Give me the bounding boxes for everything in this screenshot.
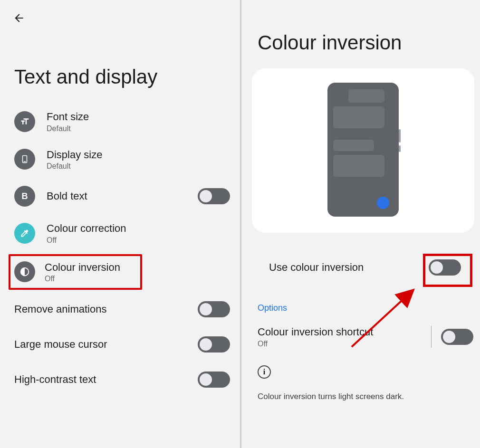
contrast-icon xyxy=(14,261,35,282)
shortcut-sub: Off xyxy=(258,340,422,348)
remove-animations-item[interactable]: Remove animations xyxy=(0,292,240,327)
colour-inversion-panel: Colour inversion Use colour inversion Op… xyxy=(242,0,480,448)
large-cursor-label: Large mouse cursor xyxy=(14,338,198,351)
annotation-highlight xyxy=(423,254,472,287)
divider xyxy=(431,326,432,348)
use-colour-inversion-label: Use colour inversion xyxy=(269,261,429,274)
shortcut-toggle[interactable] xyxy=(441,329,473,345)
bold-text-label: Bold text xyxy=(47,190,198,203)
font-size-label: Font size xyxy=(47,110,230,124)
shortcut-label: Colour inversion shortcut xyxy=(258,325,422,339)
panel-divider xyxy=(240,0,241,448)
large-cursor-item[interactable]: Large mouse cursor xyxy=(0,327,240,362)
settings-text-display-panel: Text and display Font size Default Displ… xyxy=(0,0,240,448)
colour-correction-label: Colour correction xyxy=(47,222,230,235)
subpage-title: Colour inversion xyxy=(242,0,474,68)
options-header: Options xyxy=(242,284,474,322)
colour-inversion-label: Colour inversion xyxy=(45,261,135,274)
colour-inversion-sub: Off xyxy=(45,275,135,283)
colour-inversion-item[interactable]: Colour inversion Off xyxy=(9,254,142,290)
high-contrast-item[interactable]: High-contrast text xyxy=(0,362,240,397)
page-title: Text and display xyxy=(0,28,240,103)
phone-preview xyxy=(327,83,399,217)
bold-icon: B xyxy=(14,186,35,207)
shortcut-row[interactable]: Colour inversion shortcut Off xyxy=(242,322,474,352)
high-contrast-toggle[interactable] xyxy=(198,372,230,388)
use-colour-inversion-row[interactable]: Use colour inversion xyxy=(242,233,474,284)
text-size-icon xyxy=(14,111,35,132)
colour-correction-item[interactable]: Colour correction Off xyxy=(0,214,240,252)
font-size-item[interactable]: Font size Default xyxy=(0,103,240,141)
colour-correction-sub: Off xyxy=(47,236,230,245)
display-size-item[interactable]: Display size Default xyxy=(0,141,240,179)
font-size-sub: Default xyxy=(47,124,230,133)
preview-card xyxy=(252,68,474,233)
eyedropper-icon xyxy=(14,223,35,244)
large-cursor-toggle[interactable] xyxy=(198,336,230,353)
bold-text-item[interactable]: B Bold text xyxy=(0,178,240,214)
high-contrast-label: High-contrast text xyxy=(14,373,198,386)
display-size-label: Display size xyxy=(47,148,230,162)
info-icon: i xyxy=(258,365,271,379)
remove-animations-label: Remove animations xyxy=(14,303,198,316)
display-size-sub: Default xyxy=(47,162,230,171)
display-size-icon xyxy=(14,149,35,170)
back-button[interactable] xyxy=(10,9,29,28)
remove-animations-toggle[interactable] xyxy=(198,301,230,317)
arrow-left-icon xyxy=(13,12,25,24)
bold-text-toggle[interactable] xyxy=(198,188,230,204)
info-text: Colour inversion turns light screens dar… xyxy=(242,382,474,401)
